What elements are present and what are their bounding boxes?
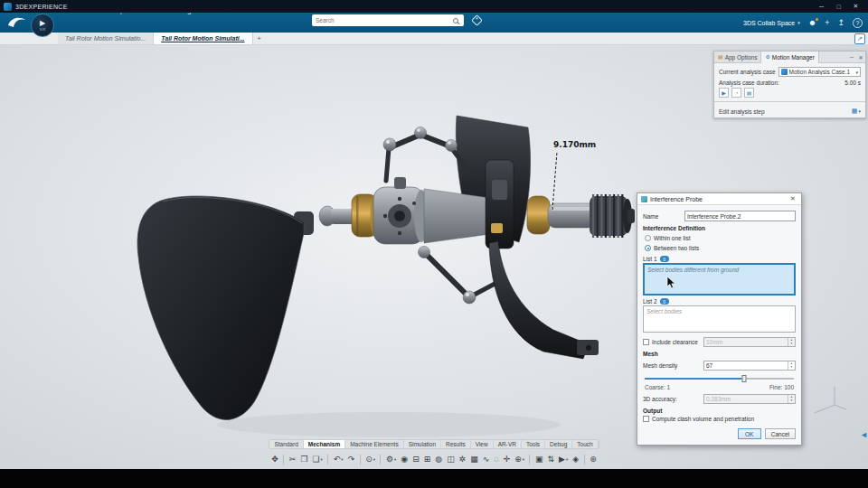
search-input[interactable]	[312, 17, 453, 23]
revolute-joint-icon[interactable]: ◉	[399, 453, 410, 466]
add-app-icon[interactable]: +	[825, 19, 829, 27]
copy-icon[interactable]: ❐	[298, 453, 310, 466]
new-tab-button[interactable]: +	[253, 33, 266, 44]
radio-icon[interactable]	[645, 235, 651, 241]
panel-close-button[interactable]: ✕	[856, 54, 865, 61]
name-field[interactable]	[684, 211, 796, 221]
analysis-case-dropdown[interactable]: Motion Analysis Case.1 ▾	[778, 67, 862, 77]
maximize-button[interactable]: □	[830, 0, 847, 13]
search-box[interactable]	[312, 14, 464, 26]
include-clearance-checkbox[interactable]	[643, 339, 649, 345]
dialog-close-button[interactable]: ✕	[788, 195, 797, 202]
list2-placeholder: Select bodies	[646, 308, 682, 314]
dropdown-caret-icon[interactable]: ▾	[321, 457, 323, 462]
lower-linkage-assembly[interactable]	[419, 247, 497, 305]
prismatic-joint-icon[interactable]: ⊟	[410, 453, 422, 466]
ribbon-tab-touch[interactable]: Touch	[572, 440, 598, 448]
fullscreen-toggle-icon[interactable]: ↗	[854, 33, 865, 44]
radio-within-one-list[interactable]: Within one list	[643, 233, 796, 243]
panel-expand-arrow-icon[interactable]: ◄	[860, 430, 868, 439]
ribbon-tab-machine-elements[interactable]: Machine Elements	[345, 440, 403, 448]
ribbon-tab-simulation[interactable]: Simulation	[404, 440, 441, 448]
close-button[interactable]: ✕	[847, 0, 864, 13]
ribbon-tab-standard[interactable]: Standard	[269, 440, 303, 448]
search-icon[interactable]	[453, 18, 458, 23]
universal-joint-icon[interactable]: ✛	[501, 453, 513, 466]
ribbon-tab-results[interactable]: Results	[441, 440, 471, 448]
dropdown-caret-icon[interactable]: ▾	[394, 457, 396, 462]
cut-icon[interactable]: ✂	[287, 453, 298, 466]
interference-probe-icon[interactable]: ◈	[571, 453, 581, 466]
dropdown-caret-icon[interactable]: ▾	[566, 457, 568, 462]
gear-joint-icon[interactable]: ✲	[457, 453, 468, 466]
tab-motion-manager[interactable]: ⚙ Motion Manager	[760, 52, 818, 63]
spherical-joint-icon[interactable]: ◍	[433, 453, 445, 466]
help-icon[interactable]: ?	[853, 18, 863, 28]
assistant-icon[interactable]: ⊛	[588, 453, 599, 466]
name-label: Name	[643, 213, 681, 220]
cancel-button[interactable]: Cancel	[765, 428, 796, 439]
dialog-titlebar[interactable]: Interference Probe ✕	[637, 193, 801, 205]
ribbon-tab-mechanism[interactable]: Mechanism	[304, 440, 345, 448]
mesh-density-slider-thumb[interactable]	[742, 375, 747, 382]
3ds-swoosh-icon[interactable]	[7, 15, 27, 29]
ribbon-tab-tools[interactable]: Tools	[522, 440, 545, 448]
accuracy-spinner[interactable]: ▴▾	[788, 395, 795, 403]
ribbon-tab-debug[interactable]: Debug	[545, 440, 572, 448]
spinner-down-icon[interactable]: ▾	[788, 343, 795, 347]
application-window: 3DEXPERIENCE ─ □ ✕ ▶ V.R 3DEXPERIENCE | …	[0, 0, 868, 488]
dropdown-caret-icon[interactable]: ▾	[523, 457, 524, 462]
radio-selected-icon[interactable]	[645, 245, 651, 251]
list2-selection-box[interactable]: Select bodies	[643, 305, 796, 333]
point-on-curve-icon[interactable]: ◌	[492, 453, 501, 466]
main-rotor-blade[interactable]	[137, 196, 314, 420]
minimize-button[interactable]: ─	[813, 0, 830, 13]
ribbon-tab-view[interactable]: View	[471, 440, 494, 448]
doc-tab-2-active[interactable]: Tail Rotor Motion Simulati...	[154, 33, 252, 44]
cable-joint-icon[interactable]: ∿	[480, 453, 492, 466]
list1-placeholder: Select bodies different from ground	[647, 267, 739, 273]
fix-part-icon[interactable]: ⊕▾	[513, 453, 527, 466]
undo-icon[interactable]: ↶▾	[331, 453, 345, 466]
probe-tool-icon[interactable]: ◔	[731, 88, 741, 98]
collab-space-selector[interactable]: 3DS Collab Space ▾	[743, 20, 800, 26]
spinner-down-icon[interactable]: ▾	[788, 366, 795, 371]
compass-icon[interactable]: ▶ V.R	[31, 14, 54, 37]
move-handle-icon[interactable]: ✥	[269, 453, 281, 466]
ok-button[interactable]: OK	[738, 428, 761, 439]
dropdown-caret-icon[interactable]: ▾	[373, 457, 375, 462]
simulation-player-icon[interactable]: ▶▾	[557, 453, 571, 466]
radio-between-two-lists[interactable]: Between two lists	[643, 243, 796, 253]
mesh-density-field[interactable]: ▴▾	[703, 361, 796, 371]
hub-and-shaft-assembly[interactable]	[319, 160, 595, 249]
mechanism-manager-icon[interactable]: ▣	[533, 453, 545, 466]
dropdown-caret-icon[interactable]: ▾	[341, 457, 343, 462]
mechanism-representation-icon[interactable]: ⚙▾	[383, 453, 398, 466]
edit-step-button[interactable]: ▦ ▾	[852, 108, 861, 115]
mesh-density-slider[interactable]	[645, 375, 794, 382]
zoom-icon[interactable]: ⊙▾	[363, 453, 378, 466]
spinner-down-icon[interactable]: ▾	[788, 399, 795, 404]
results-icon[interactable]: ▤	[744, 88, 754, 98]
panel-minimize-button[interactable]: ─	[847, 54, 856, 61]
spline-gear[interactable]	[590, 194, 635, 238]
paste-icon[interactable]: ❏▾	[310, 453, 325, 466]
control-crank-arm[interactable]	[489, 241, 599, 359]
slider-fill	[645, 378, 744, 380]
clearance-spinner[interactable]: ▴▾	[788, 338, 795, 346]
user-profile-icon[interactable]: ☻	[808, 19, 816, 27]
tab-app-options[interactable]: ▤ App Options	[714, 52, 760, 63]
compute-clash-checkbox[interactable]	[643, 416, 649, 422]
mesh-density-spinner[interactable]: ▴▾	[788, 361, 795, 370]
cylindrical-joint-icon[interactable]: ⊞	[421, 453, 433, 466]
mesh-density-input[interactable]	[704, 362, 788, 369]
planar-joint-icon[interactable]: ◫	[445, 453, 458, 466]
dof-display-icon[interactable]: ⇅	[545, 453, 557, 466]
ribbon-tab-ar-vr[interactable]: AR-VR	[494, 440, 522, 448]
doc-tab-1[interactable]: Tail Rotor Motion Simulatio...	[58, 33, 154, 44]
compass-play-icon[interactable]: ▶	[40, 20, 45, 27]
simulate-icon[interactable]: ▶	[719, 88, 729, 98]
rack-joint-icon[interactable]: ▦	[468, 453, 481, 466]
share-icon[interactable]: ↥	[837, 19, 844, 27]
redo-icon[interactable]: ↷	[345, 453, 357, 466]
